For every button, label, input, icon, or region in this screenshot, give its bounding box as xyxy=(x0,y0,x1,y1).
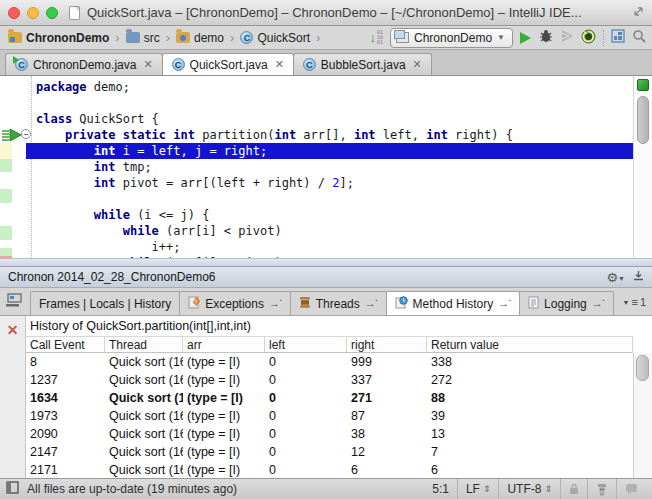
code-line[interactable]: private static int partition(int arr[], … xyxy=(26,127,633,143)
table-row[interactable]: 1237Quick sort (16)(type = [I)0337272 xyxy=(26,371,633,389)
restore-layout-icon[interactable] xyxy=(5,293,22,310)
notification-bubble-icon[interactable] xyxy=(616,479,646,499)
column-header-thread[interactable]: Thread xyxy=(105,337,183,352)
code-line[interactable]: int tmp; xyxy=(26,159,633,175)
code-line[interactable] xyxy=(26,191,633,207)
breadcrumb-item-chronondemo[interactable]: ChrononDemo xyxy=(6,30,111,46)
run-configuration-select[interactable]: ChrononDemo ▼ xyxy=(390,28,513,48)
status-message: All files are up-to-date (19 minutes ago… xyxy=(27,482,237,496)
horizontal-scrollbar[interactable] xyxy=(0,258,652,266)
code-token xyxy=(36,224,123,238)
execution-point-icon xyxy=(2,129,22,145)
breadcrumb-item-quicksort[interactable]: CQuickSort xyxy=(238,30,312,46)
table-cell: (type = [I) xyxy=(183,371,265,389)
code-token: (arr[i] < pivot) xyxy=(159,224,282,238)
table-cell: Quick sort (16) xyxy=(105,443,183,461)
table-cell: 0 xyxy=(265,443,347,461)
debug-tab-method-history[interactable]: Method History→ xyxy=(386,291,520,315)
chronon-view-button[interactable] xyxy=(611,29,625,46)
code-line[interactable]: int i = left, j = right; xyxy=(26,143,633,159)
code-line[interactable] xyxy=(26,95,633,111)
column-header-call-event[interactable]: Call Event xyxy=(26,337,105,352)
tab-chronondemo.java[interactable]: CChrononDemo.java✕ xyxy=(5,53,163,75)
package-icon xyxy=(176,32,190,43)
table-cell: 0 xyxy=(265,371,347,389)
code-token: arr[], xyxy=(296,128,354,142)
debug-tab-label: Logging xyxy=(544,297,587,311)
zoom-window-button[interactable] xyxy=(46,7,58,19)
close-tab-icon[interactable]: ✕ xyxy=(411,58,422,71)
download-recording-icon[interactable]: ↓ 011001 xyxy=(370,30,384,45)
table-cell: 13 xyxy=(427,425,633,443)
table-row[interactable]: 2147Quick sort (16)(type = [I)0127 xyxy=(26,443,633,461)
table-row[interactable]: 1973Quick sort (16)(type = [I)08739 xyxy=(26,407,633,425)
table-cell: (type = [I) xyxy=(183,443,265,461)
tab-quicksort.java[interactable]: CQuickSort.java✕ xyxy=(162,53,294,75)
breadcrumb-item-demo[interactable]: demo xyxy=(174,30,226,46)
class-icon: C xyxy=(303,58,316,71)
table-cell: (type = [I) xyxy=(183,461,265,478)
document-proxy-icon[interactable] xyxy=(69,6,80,20)
table-row[interactable]: 2090Quick sort (16)(type = [I)03813 xyxy=(26,425,633,443)
lock-icon[interactable] xyxy=(560,479,587,499)
threads-icon xyxy=(299,296,311,312)
code-line[interactable]: i++; xyxy=(26,239,633,255)
table-scrollbar-thumb[interactable] xyxy=(636,355,649,381)
table-row[interactable]: 2171Quick sort (16)(type = [I)066 xyxy=(26,461,633,478)
table-row[interactable]: 1634Quick sort (16)(type = [I)027188 xyxy=(26,389,633,407)
column-header-return-value[interactable]: Return value xyxy=(427,337,633,352)
debug-tab-frames-locals-history[interactable]: Frames | Locals | History xyxy=(30,291,180,315)
hide-panel-icon[interactable] xyxy=(633,270,644,284)
toolwindow-toggle-icon[interactable] xyxy=(6,481,19,497)
coverage-button[interactable] xyxy=(560,29,574,46)
table-row[interactable]: 8Quick sort (16)(type = [I)0999338 xyxy=(26,353,633,371)
close-tab-icon[interactable]: ✕ xyxy=(273,58,284,71)
code-line[interactable]: int pivot = arr[(left + right) / 2]; xyxy=(26,175,633,191)
run-config-label: ChrononDemo xyxy=(414,31,492,45)
code-line[interactable]: package demo; xyxy=(26,79,633,95)
chronon-record-button[interactable] xyxy=(581,29,596,47)
table-cell: 1237 xyxy=(26,371,105,389)
debug-tab-logging[interactable]: Logging→ xyxy=(519,291,614,315)
code-line[interactable]: while (i <= j) { xyxy=(26,207,633,223)
minimize-window-button[interactable] xyxy=(27,7,39,19)
breadcrumb-item-src[interactable]: src xyxy=(124,30,162,46)
close-window-button[interactable] xyxy=(8,7,20,19)
column-header-arr[interactable]: arr xyxy=(183,337,265,352)
code-token: int xyxy=(426,128,448,142)
hector-inspector-icon[interactable] xyxy=(587,479,616,499)
hidden-tabs-indicator[interactable]: ▼ ≡ 1 xyxy=(623,296,646,308)
close-tab-icon[interactable]: ✕ xyxy=(141,58,152,71)
caret-position[interactable]: 5:1 xyxy=(424,479,457,499)
debug-tab-exceptions[interactable]: Exceptions→ xyxy=(179,291,290,315)
search-icon[interactable] xyxy=(632,29,646,46)
editor-tab-bar: CChrononDemo.java✕CQuickSort.java✕CBubbl… xyxy=(0,50,652,76)
gear-icon[interactable]: ⚙▼ xyxy=(606,270,625,285)
resize-grip-icon[interactable] xyxy=(633,6,644,19)
line-separator-select[interactable]: LF⇕ xyxy=(457,479,499,499)
encoding-select[interactable]: UTF-8⇕ xyxy=(498,479,560,499)
debug-tab-threads[interactable]: Threads→ xyxy=(290,291,387,315)
run-button[interactable] xyxy=(520,32,531,44)
chevron-right-icon: › xyxy=(228,30,236,45)
ide-window: QuickSort.java – [ChrononDemo] – Chronon… xyxy=(0,0,652,499)
column-header-left[interactable]: left xyxy=(265,337,347,352)
toolbar-separator xyxy=(603,30,604,46)
table-cell: 2090 xyxy=(26,425,105,443)
code-token: package xyxy=(36,80,87,94)
table-scrollbar-track[interactable] xyxy=(633,353,652,478)
updown-arrows-icon: ⇕ xyxy=(544,484,552,494)
code-line[interactable]: while (arr[i] < pivot) xyxy=(26,223,633,239)
table-cell: Quick sort (16) xyxy=(105,461,183,478)
fold-marker-icon[interactable]: − xyxy=(21,129,31,139)
inspections-ok-icon[interactable] xyxy=(637,79,649,91)
method-history-icon xyxy=(395,296,408,312)
close-history-button[interactable]: ✕ xyxy=(7,322,19,338)
tab-bubblesort.java[interactable]: CBubbleSort.java✕ xyxy=(293,53,432,75)
code-editor[interactable]: package demo;class QuickSort { private s… xyxy=(0,76,652,266)
code-token: right) { xyxy=(448,128,513,142)
debug-button[interactable] xyxy=(538,29,553,46)
vertical-scrollbar[interactable] xyxy=(637,96,649,144)
code-line[interactable]: class QuickSort { xyxy=(26,111,633,127)
column-header-right[interactable]: right xyxy=(347,337,427,352)
